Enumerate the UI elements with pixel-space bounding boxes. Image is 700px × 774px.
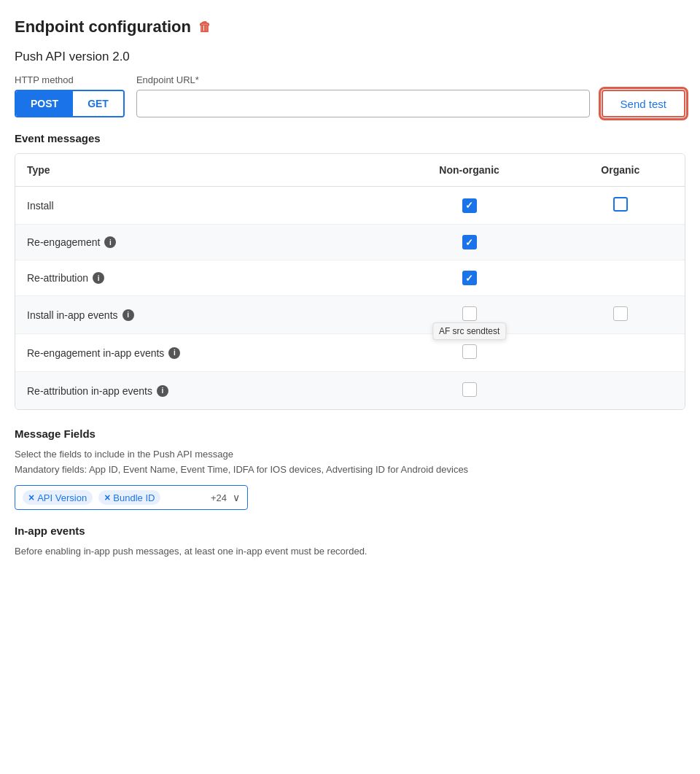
- table-row: Install in-app events i: [15, 296, 685, 334]
- organic-cell: [556, 334, 685, 372]
- delete-icon[interactable]: 🗑: [198, 20, 211, 35]
- endpoint-url-group: Endpoint URL*: [136, 74, 590, 117]
- http-method-row: HTTP method POST GET Endpoint URL* Send …: [15, 74, 685, 117]
- page-title-container: Endpoint configuration 🗑: [15, 18, 685, 36]
- table-row: Re-attribution in-app events i: [15, 372, 685, 410]
- checkbox-install-inapp-non-organic[interactable]: [462, 306, 477, 321]
- tag-bundle-id-remove[interactable]: ×: [104, 492, 110, 503]
- organic-cell: [556, 296, 685, 334]
- get-button[interactable]: GET: [73, 91, 123, 116]
- info-icon-install-inapp[interactable]: i: [122, 309, 134, 321]
- non-organic-cell: [383, 225, 556, 260]
- col-type: Type: [15, 154, 383, 187]
- event-messages-table: Type Non-organic Organic Install: [15, 153, 685, 410]
- table-row: Re-attribution i: [15, 260, 685, 296]
- page-title: Endpoint configuration: [15, 18, 191, 36]
- in-app-events-title: In-app events: [15, 525, 685, 537]
- non-organic-cell: [383, 187, 556, 225]
- message-fields-section: Message Fields Select the fields to incl…: [15, 427, 685, 510]
- http-method-label: HTTP method: [15, 74, 125, 85]
- message-fields-title: Message Fields: [15, 427, 685, 440]
- checkbox-reengagement-inapp-non-organic[interactable]: [462, 344, 477, 359]
- info-icon-reengagement[interactable]: i: [104, 236, 116, 248]
- checkbox-install-inapp-organic[interactable]: [613, 306, 628, 321]
- endpoint-url-label: Endpoint URL*: [136, 74, 590, 85]
- dropdown-arrow-icon[interactable]: ∨: [233, 492, 240, 503]
- non-organic-cell: [383, 372, 556, 410]
- type-cell: Re-attribution i: [15, 260, 383, 296]
- type-cell: Re-engagement in-app events i: [15, 334, 383, 372]
- col-organic: Organic: [556, 154, 685, 187]
- tag-api-version[interactable]: × API Version: [23, 490, 93, 505]
- tag-bundle-id-label: Bundle ID: [113, 492, 155, 503]
- tooltip-container: AF src sendtest: [462, 344, 477, 361]
- organic-cell: [556, 372, 685, 410]
- organic-cell: [556, 225, 685, 260]
- table-row: Re-engagement i: [15, 225, 685, 260]
- info-icon-reengagement-inapp[interactable]: i: [168, 347, 180, 359]
- http-method-group: HTTP method POST GET: [15, 74, 125, 117]
- organic-cell: [556, 187, 685, 225]
- type-cell: Re-attribution in-app events i: [15, 372, 383, 410]
- type-cell: Install in-app events i: [15, 296, 383, 334]
- tag-bundle-id[interactable]: × Bundle ID: [98, 490, 160, 505]
- mandatory-fields: Mandatory fields: App ID, Event Name, Ev…: [15, 464, 685, 475]
- method-toggle: POST GET: [15, 90, 125, 117]
- type-cell: Install: [15, 187, 383, 225]
- info-icon-reattribution-inapp[interactable]: i: [157, 385, 168, 397]
- table-row: Re-engagement in-app events i AF src sen…: [15, 334, 685, 372]
- col-non-organic: Non-organic: [383, 154, 556, 187]
- in-app-events-desc: Before enabling in-app push messages, at…: [15, 546, 685, 557]
- send-test-button[interactable]: Send test: [602, 90, 685, 117]
- more-count-badge: +24: [211, 492, 227, 503]
- fields-selector[interactable]: × API Version × Bundle ID +24 ∨: [15, 485, 248, 510]
- table-row: Install: [15, 187, 685, 225]
- non-organic-cell: [383, 260, 556, 296]
- type-cell: Re-engagement i: [15, 225, 383, 260]
- api-version: Push API version 2.0: [15, 50, 685, 64]
- post-button[interactable]: POST: [16, 91, 73, 116]
- checkbox-install-organic[interactable]: [613, 197, 628, 212]
- checkbox-reattribution-inapp-non-organic[interactable]: [462, 382, 477, 397]
- message-fields-desc: Select the fields to include in the Push…: [15, 449, 685, 460]
- organic-cell: [556, 260, 685, 296]
- tag-api-version-remove[interactable]: ×: [28, 492, 34, 503]
- checkbox-reattribution-non-organic[interactable]: [462, 271, 477, 285]
- checkbox-install-non-organic[interactable]: [462, 198, 477, 213]
- info-icon-reattribution[interactable]: i: [93, 272, 104, 284]
- tag-api-version-label: API Version: [37, 492, 87, 503]
- tooltip-bubble: AF src sendtest: [432, 322, 506, 340]
- endpoint-url-input[interactable]: [136, 90, 590, 117]
- event-messages-label: Event messages: [15, 132, 685, 144]
- checkbox-reengagement-non-organic[interactable]: [462, 235, 477, 249]
- non-organic-cell: AF src sendtest: [383, 334, 556, 372]
- in-app-events-section: In-app events Before enabling in-app pus…: [15, 525, 685, 557]
